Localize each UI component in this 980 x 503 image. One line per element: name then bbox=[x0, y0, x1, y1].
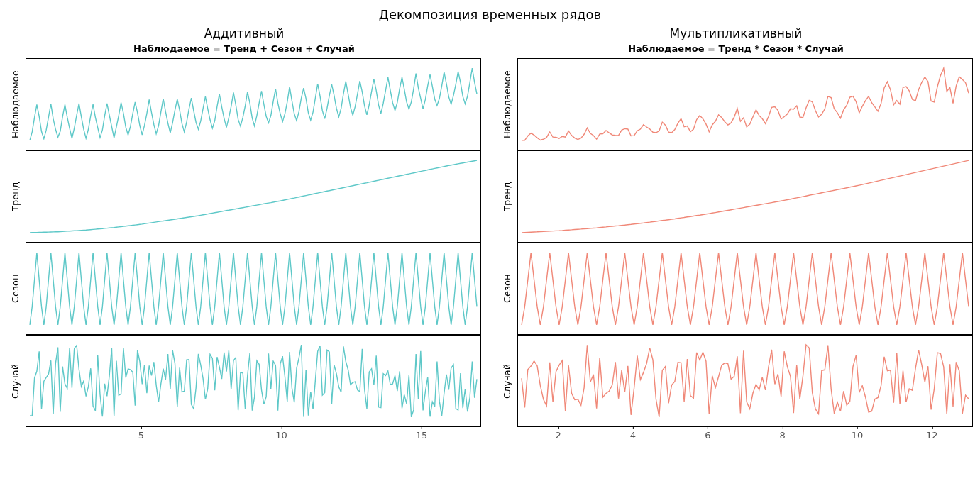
multiplicative-title: Мультипликативный bbox=[499, 26, 973, 40]
multiplicative-trend-plot bbox=[517, 150, 973, 243]
additive-subtitle: Наблюдаемое = Тренд + Сезон + Случай bbox=[7, 43, 481, 54]
multiplicative-subtitle: Наблюдаемое = Тренд * Сезон * Случай bbox=[499, 43, 973, 54]
multiplicative-observed-plot bbox=[517, 58, 973, 150]
additive-seasonal-panel: Сезон bbox=[7, 243, 481, 335]
additive-observed-panel: Наблюдаемое bbox=[7, 58, 481, 150]
ylabel-trend: Тренд bbox=[499, 150, 514, 243]
ylabel-random: Случай bbox=[7, 335, 23, 427]
ylabel-observed: Наблюдаемое bbox=[499, 58, 514, 150]
multiplicative-panels: Наблюдаемое Тренд Сезон Случай bbox=[499, 58, 973, 427]
additive-panels: Наблюдаемое Тренд Сезон Случай bbox=[7, 58, 481, 427]
multiplicative-xaxis: 24681012 bbox=[517, 427, 973, 446]
ylabel-seasonal: Сезон bbox=[7, 243, 23, 335]
xtick: 12 bbox=[926, 430, 938, 441]
multiplicative-random-panel: Случай bbox=[499, 335, 973, 427]
multiplicative-seasonal-plot bbox=[517, 243, 973, 335]
multiplicative-seasonal-panel: Сезон bbox=[499, 243, 973, 335]
multiplicative-random-plot bbox=[517, 335, 973, 427]
xtick: 5 bbox=[138, 430, 144, 441]
xtick: 6 bbox=[705, 430, 710, 441]
xtick: 8 bbox=[780, 430, 786, 441]
additive-trend-plot bbox=[26, 150, 481, 243]
xtick: 10 bbox=[852, 430, 864, 441]
additive-trend-panel: Тренд bbox=[7, 150, 481, 243]
ylabel-seasonal: Сезон bbox=[499, 243, 514, 335]
additive-random-plot bbox=[26, 335, 481, 427]
xtick: 4 bbox=[630, 430, 636, 441]
ylabel-observed: Наблюдаемое bbox=[7, 58, 23, 150]
ylabel-trend: Тренд bbox=[7, 150, 23, 243]
additive-observed-plot bbox=[26, 58, 481, 150]
additive-seasonal-plot bbox=[26, 243, 481, 335]
xtick: 10 bbox=[275, 430, 287, 441]
main-title: Декомпозиция временных рядов bbox=[0, 0, 980, 22]
ylabel-random: Случай bbox=[499, 335, 514, 427]
xtick: 15 bbox=[416, 430, 428, 441]
additive-xaxis: 51015 bbox=[26, 427, 481, 446]
additive-title: Аддитивный bbox=[7, 26, 481, 40]
additive-random-panel: Случай bbox=[7, 335, 481, 427]
multiplicative-observed-panel: Наблюдаемое bbox=[499, 58, 973, 150]
multiplicative-trend-panel: Тренд bbox=[499, 150, 973, 243]
xtick: 2 bbox=[556, 430, 561, 441]
multiplicative-column: Мультипликативный Наблюдаемое = Тренд * … bbox=[499, 22, 973, 446]
additive-column: Аддитивный Наблюдаемое = Тренд + Сезон +… bbox=[7, 22, 481, 446]
